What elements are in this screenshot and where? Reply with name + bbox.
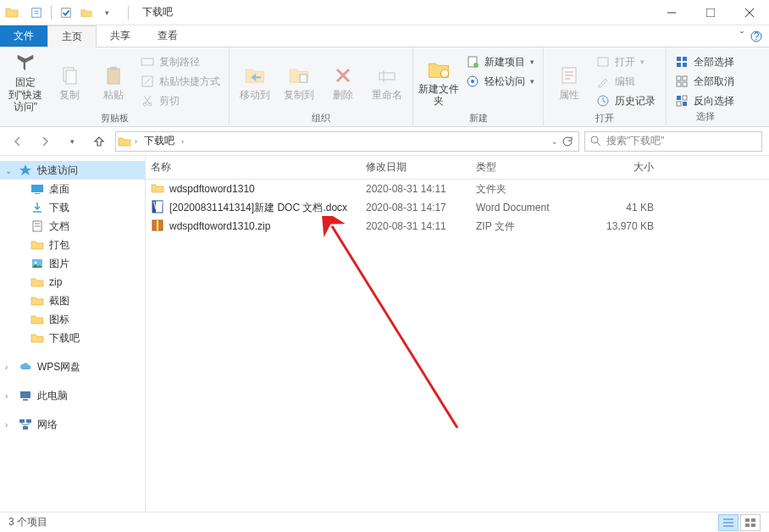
qat-checkbox[interactable]: [57, 3, 75, 22]
ribbon-group-open: 属性 打开▾ 编辑 历史记录 打开: [544, 47, 667, 126]
copy-path-button[interactable]: 复制路径: [137, 53, 224, 71]
sidebar-item[interactable]: 文档: [0, 217, 145, 236]
breadcrumb-item[interactable]: 下载吧: [141, 134, 178, 148]
pin-to-quick-access-button[interactable]: 固定到"快速访问": [5, 53, 46, 112]
nav-forward-button[interactable]: [34, 130, 56, 152]
sidebar-item[interactable]: zip: [0, 273, 145, 291]
address-bar[interactable]: › 下载吧 › ⌄: [115, 131, 579, 152]
nav-up-button[interactable]: [88, 130, 110, 152]
refresh-icon[interactable]: [562, 136, 573, 147]
edit-button[interactable]: 编辑: [593, 72, 661, 91]
documents-icon: [30, 219, 44, 233]
navigation-sidebar[interactable]: ⌄ 快速访问 桌面 下载 文档 打包 图片 zip 截图 图标 下载吧 ›WPS…: [0, 156, 146, 512]
cut-button[interactable]: 剪切: [137, 91, 224, 110]
sidebar-item[interactable]: 打包: [0, 236, 145, 254]
delete-button[interactable]: 删除: [323, 53, 363, 112]
ribbon-group-organize: 移动到 复制到 删除 重命名 组织: [230, 47, 413, 126]
paste-shortcut-button[interactable]: 粘贴快捷方式: [137, 72, 224, 91]
qat-new-folder[interactable]: [77, 3, 96, 22]
file-list[interactable]: wdspdftoword13102020-08-31 14:11文件夹W[202…: [146, 180, 769, 512]
address-dropdown[interactable]: ⌄: [551, 137, 558, 146]
view-details-button[interactable]: [718, 514, 739, 531]
sidebar-this-pc[interactable]: ›此电脑: [0, 386, 145, 405]
file-row[interactable]: wdspdftoword1310.zip2020-08-31 14:11ZIP …: [146, 217, 769, 236]
select-all-button[interactable]: 全部选择: [672, 53, 739, 71]
folder-icon: [118, 135, 131, 148]
col-header-type[interactable]: 类型: [476, 160, 578, 175]
qat-properties[interactable]: [27, 3, 46, 22]
sidebar-network[interactable]: ›网络: [0, 415, 145, 434]
sidebar-quick-access[interactable]: ⌄ 快速访问: [0, 161, 145, 180]
file-size: 41 KB: [578, 202, 654, 213]
minimize-button[interactable]: [652, 0, 691, 25]
sidebar-item[interactable]: 桌面: [0, 180, 145, 198]
col-header-size[interactable]: 大小: [578, 160, 654, 175]
sidebar-item[interactable]: 下载吧: [0, 329, 145, 347]
copy-button[interactable]: 复制: [49, 53, 90, 112]
pin-label: 固定到"快速访问": [5, 76, 46, 113]
close-button[interactable]: [730, 0, 769, 25]
svg-rect-37: [677, 96, 681, 100]
history-button[interactable]: 历史记录: [593, 91, 661, 110]
group-label-clipboard: 剪贴板: [5, 112, 224, 126]
ribbon-collapse-icon[interactable]: ˇ: [740, 30, 744, 42]
move-to-button[interactable]: 移动到: [235, 53, 275, 112]
folder-icon: [30, 313, 44, 326]
svg-rect-66: [751, 524, 755, 527]
rename-button[interactable]: 重命名: [367, 53, 407, 112]
copy-to-button[interactable]: 复制到: [279, 53, 319, 112]
copy-label: 复制: [59, 89, 80, 101]
group-label-organize: 组织: [235, 112, 407, 126]
tab-view[interactable]: 查看: [144, 25, 191, 47]
file-size: 13,970 KB: [578, 220, 654, 232]
svg-rect-14: [141, 58, 153, 65]
paste-button[interactable]: 粘贴: [93, 53, 134, 112]
search-input[interactable]: 搜索"下载吧": [584, 131, 762, 152]
properties-button[interactable]: 属性: [549, 53, 589, 112]
new-folder-button[interactable]: 新建文件夹: [418, 53, 459, 112]
col-header-name[interactable]: 名称: [151, 160, 366, 175]
file-date: 2020-08-31 14:11: [366, 220, 476, 232]
titlebar: ▾ 下载吧: [0, 0, 769, 25]
svg-rect-34: [683, 76, 687, 80]
file-type: 文件夹: [476, 182, 578, 197]
new-item-button[interactable]: 新建项目▾: [462, 53, 538, 71]
sidebar-item[interactable]: 下载: [0, 198, 145, 217]
help-icon[interactable]: ?: [750, 30, 762, 42]
svg-rect-33: [677, 76, 681, 80]
invert-selection-button[interactable]: 反向选择: [672, 91, 739, 110]
network-icon: [19, 418, 32, 431]
easy-access-button[interactable]: 轻松访问▾: [462, 72, 538, 91]
group-label-new: 新建: [418, 112, 538, 126]
chevron-right-icon[interactable]: ›: [181, 137, 184, 146]
open-button[interactable]: 打开▾: [593, 53, 661, 71]
sidebar-item[interactable]: 图标: [0, 310, 145, 329]
file-type: ZIP 文件: [476, 219, 578, 234]
nav-back-button[interactable]: [7, 130, 29, 152]
sidebar-wps[interactable]: ›WPS网盘: [0, 357, 145, 376]
svg-rect-36: [683, 82, 687, 86]
tab-file[interactable]: 文件: [0, 25, 47, 47]
svg-rect-43: [31, 185, 43, 192]
chevron-right-icon[interactable]: ›: [135, 137, 137, 146]
column-headers[interactable]: 名称 修改日期 类型 大小: [146, 156, 769, 180]
nav-recent-dropdown[interactable]: ▾: [61, 130, 83, 152]
qat-dropdown[interactable]: ▾: [97, 3, 116, 22]
tab-home[interactable]: 主页: [47, 25, 97, 47]
file-date: 2020-08-31 14:17: [366, 202, 476, 213]
sidebar-item[interactable]: 截图: [0, 291, 145, 310]
sidebar-item[interactable]: 图片: [0, 254, 145, 273]
svg-rect-51: [23, 399, 28, 401]
file-row[interactable]: wdspdftoword13102020-08-31 14:11文件夹: [146, 180, 769, 198]
col-header-date[interactable]: 修改日期: [366, 160, 476, 175]
file-row[interactable]: W[20200831141314]新建 DOC 文档.docx2020-08-3…: [146, 198, 769, 217]
view-large-icons-button[interactable]: [740, 514, 761, 531]
window-title: 下载吧: [136, 5, 173, 19]
maximize-button[interactable]: [691, 0, 730, 25]
ribbon-tabs: 文件 主页 共享 查看 ˇ ?: [0, 25, 769, 47]
select-none-button[interactable]: 全部取消: [672, 72, 739, 91]
tab-share[interactable]: 共享: [97, 25, 144, 47]
paste-label: 粘贴: [103, 89, 124, 101]
folder-icon: [30, 331, 44, 345]
ribbon-group-select: 全部选择 全部取消 反向选择 选择: [667, 47, 744, 126]
